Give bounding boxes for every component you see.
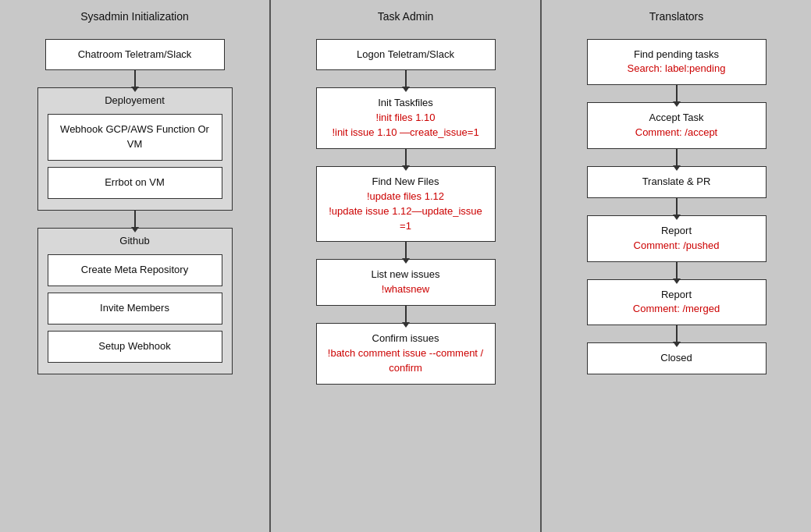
column-sysadmin: Sysadmin InitializationChatroom Teletram… — [0, 0, 271, 532]
arrow — [676, 262, 678, 279]
arrow — [134, 70, 136, 87]
box-translators-10: Closed — [587, 342, 767, 374]
arrow — [405, 306, 407, 323]
box-task-admin-4: Find New Files !update files 1.12!update… — [316, 166, 496, 242]
box-task-admin-8: Confirm issues !batch comment issue --co… — [316, 323, 496, 385]
column-title-translators: Translators — [649, 9, 704, 25]
arrow — [676, 325, 678, 342]
arrow — [676, 198, 678, 215]
group-box-item-1: Invite Members — [48, 293, 222, 325]
arrow — [676, 149, 678, 166]
box-translators-0: Find pending tasks Search: label:pending — [587, 39, 767, 86]
box-sysadmin-0: Chatroom Teletram/Slack — [45, 39, 225, 71]
box-translators-4: Translate & PR — [587, 166, 767, 198]
group-box-item-0: Webhook GCP/AWS Function Or VM — [48, 114, 222, 161]
column-title-task-admin: Task Admin — [378, 9, 434, 25]
group-sysadmin-2: DeployementWebhook GCP/AWS Function Or V… — [37, 87, 233, 211]
box-translators-2: Accept Task Comment: /accept — [587, 102, 767, 149]
diagram: Sysadmin InitializationChatroom Teletram… — [0, 0, 811, 532]
group-sysadmin-4: GithubCreate Meta Repository Invite Memb… — [37, 228, 233, 374]
arrow — [405, 149, 407, 166]
group-box-item-1: Errbot on VM — [48, 167, 222, 199]
column-title-sysadmin: Sysadmin Initialization — [80, 9, 189, 25]
arrow — [134, 211, 136, 228]
box-task-admin-6: List new issues !whatsnew — [316, 259, 496, 306]
group-box-item-2: Setup Webhook — [48, 331, 222, 363]
column-task-admin: Task AdminLogon Teletram/Slack Init Task… — [271, 0, 542, 532]
arrow — [405, 70, 407, 87]
arrow — [676, 85, 678, 102]
arrow — [405, 242, 407, 259]
box-task-admin-2: Init Taskfiles !init files 1.10!init iss… — [316, 87, 496, 149]
box-translators-8: Report Comment: /merged — [587, 279, 767, 326]
group-box-item-0: Create Meta Repository — [48, 254, 222, 286]
box-translators-6: Report Comment: /pushed — [587, 215, 767, 262]
column-translators: TranslatorsFind pending tasks Search: la… — [542, 0, 811, 532]
box-task-admin-0: Logon Teletram/Slack — [316, 39, 496, 71]
